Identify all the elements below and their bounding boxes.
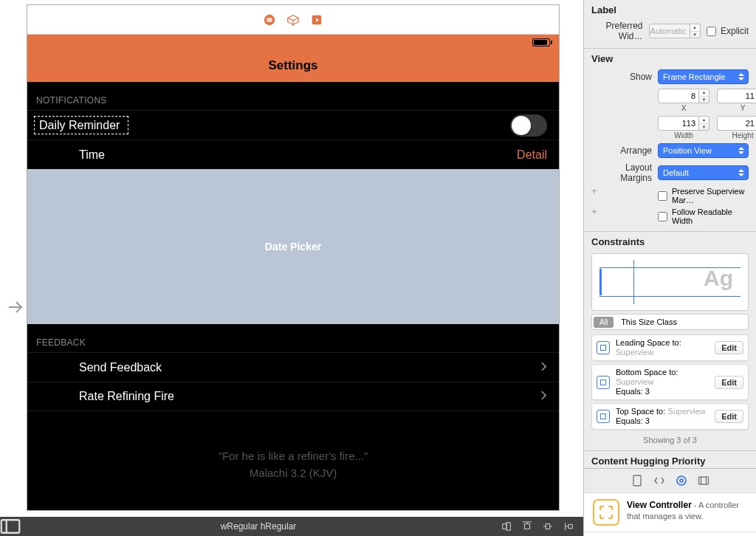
margins-value: Default [663,168,689,177]
constraint-text: Top Space to: SuperviewEquals: 3 [616,407,709,426]
library-item[interactable]: View Controller - A controller that mana… [584,492,756,532]
preferred-width-input[interactable] [649,24,690,38]
switch-daily-reminder[interactable] [510,114,547,137]
x-caption: X [681,104,687,112]
constraint-item[interactable]: Leading Space to: Superview Edit [591,334,749,361]
stepper-icon[interactable]: ▲▼ [699,89,709,103]
library-tab-file-template-icon[interactable] [630,473,645,488]
preferred-width-label: Preferred Wid… [591,21,649,41]
x-field[interactable]: ▲▼ [658,89,709,103]
label-send-feedback: Send Feedback [79,361,540,374]
preserve-superview-checkbox[interactable] [658,191,667,201]
constraint-edit-button[interactable]: Edit [715,341,743,354]
svg-rect-2 [267,19,272,20]
show-select[interactable]: Frame Rectangle [658,69,749,84]
row-rate-app[interactable]: Rate Refining Fire [27,382,559,411]
canvas-area[interactable]: Settings NOTIFICATIONS Daily Reminder Ti… [0,0,583,536]
view-controller-library-icon [593,499,619,526]
library-tab-media-icon[interactable] [696,473,711,488]
quote-line-2: Malachi 3.2 (KJV) [42,465,544,482]
section-header-feedback: FEEDBACK [27,324,559,352]
canvas-scroll[interactable]: Settings NOTIFICATIONS Daily Reminder Ti… [4,4,579,517]
svg-point-20 [680,479,683,482]
svg-rect-9 [525,524,530,529]
library-item[interactable]: Storyboard Reference - Provides a placeh… [584,532,756,536]
footer-quote: "For he is like a refiner's fire..." Mal… [27,411,559,496]
hugging-section-title: Content Hugging Priority [584,451,756,468]
constraint-edit-button[interactable]: Edit [715,410,743,423]
navigation-bar[interactable]: Settings [27,49,559,82]
margins-select[interactable]: Default [658,165,749,180]
height-caption: Height [732,131,754,140]
stepper-icon[interactable]: ▲▼ [690,24,701,38]
svg-rect-1 [267,18,272,18]
svg-rect-14 [546,524,549,529]
stepper-icon[interactable]: ▲▼ [699,116,709,131]
disclosure-icon [540,390,547,403]
align-tool-icon[interactable] [496,521,517,532]
row-send-feedback[interactable]: Send Feedback [27,352,559,382]
inspector-panel[interactable]: Label Preferred Wid… ▲▼ Explicit View Sh… [583,0,756,536]
library-tab-code-snippet-icon[interactable] [652,473,667,488]
resolve-tool-icon[interactable] [537,521,558,532]
svg-point-19 [677,476,686,485]
arrange-label: Arrange [591,145,658,156]
explicit-label: Explicit [716,26,749,36]
size-class-label[interactable]: wRegular hRegular [21,521,496,532]
constraints-section-title: Constraints [584,232,756,250]
library-tab-object-icon[interactable] [674,473,689,488]
height-input[interactable] [717,116,756,131]
date-picker-placeholder[interactable]: Date Picker [27,169,559,324]
disclosure-icon [540,361,547,374]
constraint-icon [597,410,610,423]
width-caption: Width [674,131,693,140]
constraint-item[interactable]: Top Space to: SuperviewEquals: 3 Edit [591,403,749,430]
date-picker-label: Date Picker [265,241,321,252]
arrange-select[interactable]: Position View [658,143,749,158]
quote-line-1: "For he is like a refiner's fire..." [42,448,544,465]
x-input[interactable] [658,89,699,103]
height-field[interactable]: ▲▼ [717,116,756,131]
constraints-count-label: Showing 3 of 3 [584,433,756,450]
view-section-title: View [584,49,756,67]
show-select-value: Frame Rectangle [663,72,725,81]
follow-readable-checkbox[interactable] [658,212,667,221]
exit-icon[interactable] [310,13,323,27]
width-field[interactable]: ▲▼ [658,116,709,131]
size-class-filter[interactable]: All This Size Class [591,314,749,330]
explicit-checkbox[interactable] [707,27,716,36]
trait-panel-toggle[interactable] [0,516,21,536]
constraint-icon [597,376,610,389]
preferred-width-field[interactable]: ▲▼ [649,24,701,38]
constraint-text: Bottom Space to: SuperviewEquals: 3 [616,368,709,396]
device-frame[interactable]: Settings NOTIFICATIONS Daily Reminder Ti… [27,4,560,511]
width-input[interactable] [658,116,699,131]
arrange-value: Position View [663,146,712,155]
navbar-title[interactable]: Settings [268,58,317,73]
svg-rect-21 [698,477,708,484]
view-controller-icon[interactable] [263,13,276,27]
add-trait-icon[interactable]: + [584,206,594,227]
add-trait-icon[interactable]: + [584,185,594,206]
row-daily-reminder[interactable]: Daily Reminder [27,110,559,140]
svg-rect-8 [506,523,510,531]
row-time[interactable]: Time Detail [27,140,559,169]
label-time: Time [79,148,517,162]
scene-top-bar [27,5,559,35]
svg-rect-18 [633,475,641,486]
constraint-item[interactable]: Bottom Space to: SuperviewEquals: 3 Edit [591,364,749,400]
segue-entry-arrow[interactable] [4,296,27,318]
ag-placeholder-icon: Ag [704,266,733,291]
label-time-detail: Detail [517,148,547,162]
pin-tool-icon[interactable] [517,521,537,532]
y-field[interactable]: ▲▼ [717,89,756,103]
constraint-edit-button[interactable]: Edit [715,376,743,389]
first-responder-icon[interactable] [286,13,300,27]
constraint-icon [597,341,610,354]
constraints-diagram[interactable]: Ag [591,253,749,311]
filter-all-pill[interactable]: All [594,317,614,328]
label-daily-reminder[interactable]: Daily Reminder [39,119,120,132]
y-input[interactable] [717,89,756,103]
embed-tool-icon[interactable] [558,521,579,532]
filter-this-size-class[interactable]: This Size Class [615,317,677,326]
